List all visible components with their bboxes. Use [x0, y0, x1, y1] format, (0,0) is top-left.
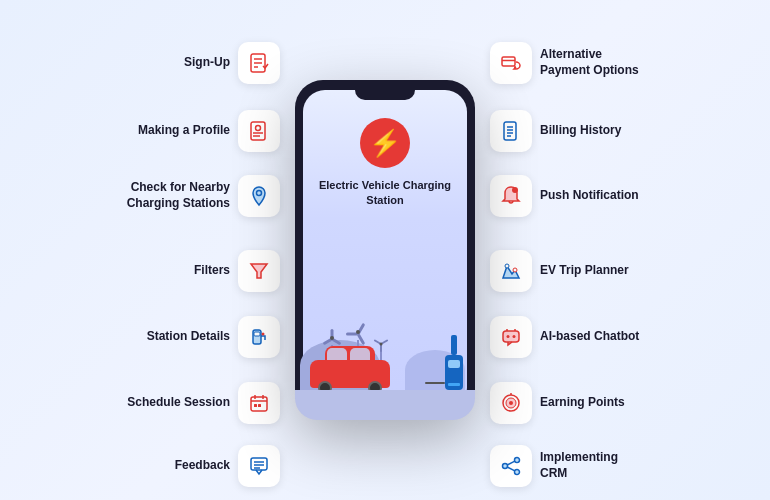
feature-icon-billing-history [490, 110, 532, 152]
feature-label-making-profile: Making a Profile [138, 123, 230, 139]
feature-label-billing-history: Billing History [540, 123, 621, 139]
svg-rect-17 [254, 404, 257, 407]
feature-schedule-session: Schedule Session [127, 382, 280, 424]
feature-feedback: Feedback [175, 445, 280, 487]
svg-point-31 [505, 264, 509, 268]
svg-point-34 [507, 335, 510, 338]
svg-point-32 [513, 268, 517, 272]
feature-label-crm: ImplementingCRM [540, 450, 618, 481]
charging-cable [425, 382, 445, 384]
feature-trip-planner: EV Trip Planner [490, 250, 629, 292]
phone-title: Electric Vehicle Charging Station [303, 178, 467, 209]
feature-making-profile: Making a Profile [138, 110, 280, 152]
feature-icon-crm [490, 445, 532, 487]
phone-illustration [303, 260, 467, 410]
svg-rect-25 [504, 122, 516, 140]
svg-rect-23 [502, 57, 515, 66]
svg-marker-9 [251, 264, 267, 278]
ev-car [310, 360, 390, 388]
feature-icon-feedback [238, 445, 280, 487]
feature-label-feedback: Feedback [175, 458, 230, 474]
svg-point-30 [512, 187, 518, 193]
feature-label-trip-planner: EV Trip Planner [540, 263, 629, 279]
main-container: Sign-Up Making a Profile Check for Nearb… [0, 0, 770, 500]
phone-body: ⚡ Electric Vehicle Charging Station [295, 80, 475, 420]
svg-point-42 [503, 464, 508, 469]
feature-earning-points: Earning Points [490, 382, 625, 424]
svg-point-43 [515, 458, 520, 463]
feature-payment-options: AlternativePayment Options [490, 42, 639, 84]
ground [303, 390, 467, 410]
feature-label-schedule-session: Schedule Session [127, 395, 230, 411]
svg-line-45 [507, 461, 515, 465]
svg-point-5 [256, 126, 261, 131]
feature-station-details: Station Details [147, 316, 280, 358]
feature-label-payment-options: AlternativePayment Options [540, 47, 639, 78]
feature-label-nearby-charging: Check for NearbyCharging Stations [127, 180, 230, 211]
svg-point-44 [515, 470, 520, 475]
phone-notch [355, 90, 415, 100]
lightning-icon: ⚡ [369, 130, 401, 156]
svg-rect-11 [254, 332, 260, 336]
feature-icon-trip-planner [490, 250, 532, 292]
phone-screen: ⚡ Electric Vehicle Charging Station [303, 90, 467, 410]
feature-label-push-notification: Push Notification [540, 188, 639, 204]
charging-station [445, 335, 463, 390]
feature-label-chatbot: AI-based Chatbot [540, 329, 639, 345]
feature-label-sign-up: Sign-Up [184, 55, 230, 71]
feature-icon-nearby-charging [238, 175, 280, 217]
feature-billing-history: Billing History [490, 110, 621, 152]
feature-icon-making-profile [238, 110, 280, 152]
feature-nearby-charging: Check for NearbyCharging Stations [127, 175, 280, 217]
feature-chatbot: AI-based Chatbot [490, 316, 639, 358]
feature-icon-schedule-session [238, 382, 280, 424]
feature-sign-up: Sign-Up [184, 42, 280, 84]
phone-mockup: ⚡ Electric Vehicle Charging Station [295, 80, 475, 420]
feature-label-station-details: Station Details [147, 329, 230, 345]
feature-icon-payment-options [490, 42, 532, 84]
svg-line-46 [507, 467, 515, 471]
feature-icon-filters [238, 250, 280, 292]
feature-label-earning-points: Earning Points [540, 395, 625, 411]
feature-push-notification: Push Notification [490, 175, 639, 217]
svg-rect-33 [503, 331, 519, 342]
svg-point-12 [262, 333, 265, 336]
feature-icon-earning-points [490, 382, 532, 424]
feature-crm: ImplementingCRM [490, 445, 618, 487]
feature-icon-chatbot [490, 316, 532, 358]
app-icon-circle: ⚡ [360, 118, 410, 168]
feature-filters: Filters [194, 250, 280, 292]
feature-label-filters: Filters [194, 263, 230, 279]
feature-icon-push-notification [490, 175, 532, 217]
svg-rect-18 [258, 404, 261, 407]
feature-icon-sign-up [238, 42, 280, 84]
svg-point-40 [509, 401, 513, 405]
svg-point-35 [513, 335, 516, 338]
feature-icon-station-details [238, 316, 280, 358]
